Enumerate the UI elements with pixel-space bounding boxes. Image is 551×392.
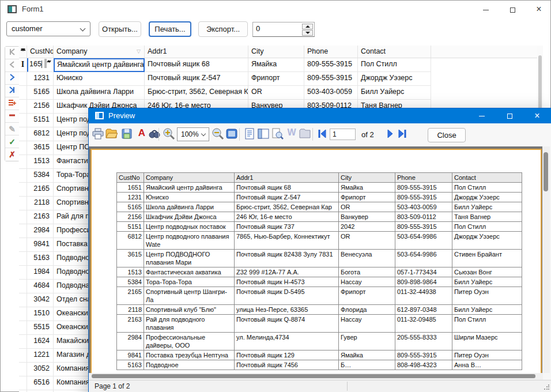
maximize-icon[interactable] — [500, 1, 525, 18]
grid-cell[interactable]: 5384 — [27, 169, 54, 183]
column-header-custno[interactable]: CustNo — [27, 46, 54, 58]
column-header-addr1[interactable]: Addr1 — [145, 46, 248, 58]
grid-cell[interactable]: 1221 — [27, 349, 54, 363]
titlebar[interactable]: Form1 × — [1, 1, 550, 18]
grid-cell[interactable]: Юниско — [54, 72, 145, 86]
grid-cell[interactable]: 1513 — [27, 155, 54, 169]
grid-cell[interactable]: Школа дайвинга Ларри — [54, 86, 145, 100]
grid-options-icon[interactable] — [19, 46, 27, 58]
next-page-icon[interactable] — [383, 127, 397, 141]
close-icon[interactable]: × — [526, 1, 551, 18]
grid-cell[interactable]: 1624 — [27, 335, 54, 349]
minimize-icon[interactable] — [470, 108, 493, 123]
spin-up-icon[interactable] — [302, 24, 313, 29]
page-number-input[interactable] — [330, 129, 356, 140]
grid-cell[interactable]: 6812 — [27, 127, 54, 141]
report-page[interactable]: CustNo Company Addr1 City Phone Contact … — [90, 149, 542, 373]
grid-cell[interactable]: 5515 — [27, 321, 54, 335]
next-record-icon[interactable] — [5, 72, 19, 85]
copies-spinedit[interactable] — [252, 22, 315, 37]
grid-cell[interactable]: 2163 — [27, 210, 54, 224]
zoom-out-icon[interactable] — [212, 127, 225, 141]
grid-cell[interactable]: Билл Уайерс — [358, 86, 431, 100]
print-icon[interactable] — [92, 127, 105, 141]
grid-cell[interactable]: 5163 — [27, 252, 54, 266]
grid-cell[interactable]: 2156 — [27, 100, 54, 114]
grid-cell[interactable]: Фрипорт — [248, 72, 304, 86]
grid-cell[interactable]: 6516 — [27, 376, 54, 390]
cell-spinner[interactable] — [44, 59, 53, 67]
grid-cell[interactable]: Джордж Уэзерс — [358, 72, 431, 86]
find-icon[interactable] — [148, 127, 162, 141]
grid-cell[interactable]: Почтовый ящик Z-547 — [145, 72, 248, 86]
edit-record-icon[interactable]: ✎ — [5, 123, 19, 135]
dataset-combobox[interactable]: customer — [6, 21, 90, 36]
grid-cell[interactable]: 1510 — [27, 307, 54, 321]
preview-close-button[interactable]: Close — [428, 128, 466, 142]
zoom-in-icon[interactable] — [163, 127, 176, 141]
resize-grip[interactable] — [544, 385, 549, 390]
scrollbar-thumb[interactable] — [544, 152, 548, 191]
minimize-icon[interactable] — [473, 1, 499, 18]
grid-cell[interactable]: 9841 — [27, 238, 54, 252]
grid-cell[interactable]: 4684 — [27, 280, 54, 293]
page-setup-icon[interactable] — [243, 127, 257, 141]
last-page-icon[interactable] — [396, 127, 410, 141]
print-button[interactable]: Печать... — [149, 21, 191, 37]
insert-record-icon[interactable] — [5, 97, 19, 110]
grid-row[interactable]: 1231ЮнискоПочтовый ящик Z-547Фрипорт809-… — [19, 72, 450, 86]
custno-edit-cell[interactable]: 165 — [27, 58, 54, 72]
delete-record-icon[interactable] — [5, 110, 19, 123]
spin-down-icon[interactable] — [302, 30, 313, 36]
export-word-icon[interactable]: W — [285, 127, 299, 141]
column-header-phone[interactable]: Phone — [304, 46, 358, 58]
save-icon[interactable] — [120, 127, 134, 141]
export-button[interactable]: Экспорт... — [198, 21, 248, 37]
open-button[interactable]: Открыть... — [99, 21, 141, 37]
scrollbar-thumb[interactable] — [92, 374, 535, 378]
close-icon[interactable]: × — [526, 108, 549, 123]
maximize-icon[interactable] — [498, 108, 521, 123]
thumbnails-icon[interactable] — [257, 127, 271, 141]
column-header-company[interactable]: Company ▽ — [54, 46, 145, 58]
grid-cell[interactable]: 2984 — [27, 224, 54, 238]
grid-cell[interactable]: 809-555-3915 — [304, 58, 358, 72]
copies-input[interactable] — [256, 24, 296, 33]
grid-cell[interactable]: 5165 — [27, 86, 54, 100]
preview-titlebar[interactable]: Preview × — [89, 108, 551, 123]
grid-cell[interactable]: Пол Стилл — [358, 58, 431, 72]
grid-cell[interactable]: 2165 — [27, 183, 54, 197]
grid-cell[interactable]: OR — [248, 86, 304, 100]
grid-edit-row[interactable]: I 165 Ямайский центр дайвинга Почтовый я… — [19, 58, 431, 72]
export-pdf-icon[interactable]: A — [135, 127, 149, 141]
company-focused-cell[interactable]: Ямайский центр дайвинга — [54, 58, 145, 72]
preview-horizontal-scrollbar[interactable] — [89, 373, 543, 380]
preview-vertical-scrollbar[interactable] — [542, 146, 550, 373]
cancel-edit-icon[interactable]: ✗ — [5, 148, 19, 161]
prior-record-icon[interactable] — [5, 59, 19, 72]
grid-cell[interactable]: 3615 — [27, 141, 54, 155]
column-header-contact[interactable]: Contact — [358, 46, 431, 58]
full-page-icon[interactable] — [225, 127, 239, 141]
grid-cell[interactable]: 809-555-3915 — [304, 72, 358, 86]
post-edit-icon[interactable]: ✓ — [5, 135, 19, 148]
grid-row[interactable]: 5165Школа дайвинга ЛарриБрюс-стрит, 3562… — [19, 86, 450, 100]
grid-cell[interactable]: Брюс-стрит, 3562, Северная Кар — [145, 86, 248, 100]
last-record-icon[interactable] — [5, 85, 19, 97]
grid-cell[interactable]: Ямайка — [248, 58, 304, 72]
edit-page-icon[interactable] — [271, 127, 285, 141]
column-header-city[interactable]: City — [248, 46, 304, 58]
cell-spin-down-icon[interactable] — [46, 59, 47, 68]
zoom-combobox[interactable]: 100% — [177, 127, 209, 141]
grid-cell[interactable]: 3042 — [27, 293, 54, 307]
export-icon[interactable] — [299, 127, 312, 141]
first-record-icon[interactable] — [5, 47, 19, 59]
grid-cell[interactable]: 5151 — [27, 114, 54, 127]
grid-cell[interactable]: 3052 — [27, 363, 54, 376]
grid-cell[interactable]: Почтовый ящик 68 — [145, 58, 248, 72]
first-page-icon[interactable] — [316, 127, 330, 141]
grid-cell[interactable]: 1231 — [27, 72, 54, 86]
grid-cell[interactable]: 2118 — [27, 197, 54, 210]
grid-cell[interactable]: 1984 — [27, 266, 54, 280]
open-icon[interactable] — [105, 127, 119, 141]
